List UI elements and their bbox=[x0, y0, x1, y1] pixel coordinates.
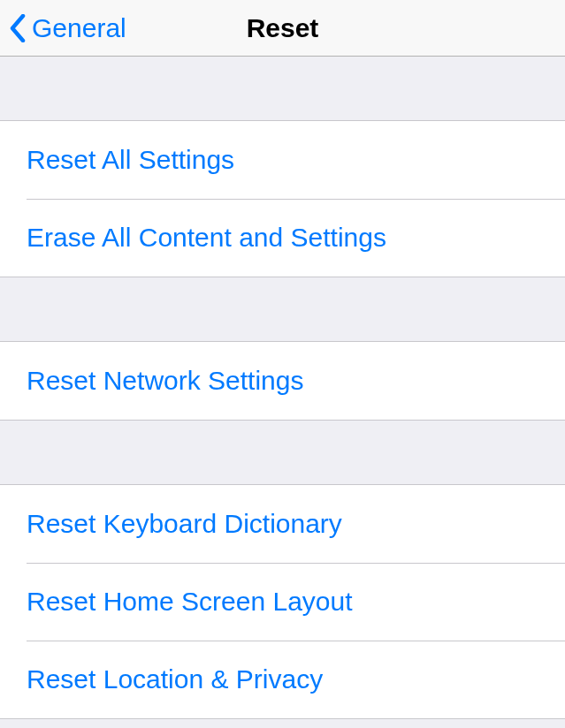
section-gap bbox=[0, 421, 565, 484]
chevron-left-icon bbox=[7, 13, 28, 43]
settings-group-3: Reset Keyboard Dictionary Reset Home Scr… bbox=[0, 484, 565, 719]
reset-home-screen-layout[interactable]: Reset Home Screen Layout bbox=[0, 563, 565, 641]
navigation-bar: General Reset bbox=[0, 0, 565, 57]
settings-group-2: Reset Network Settings bbox=[0, 341, 565, 421]
reset-keyboard-dictionary[interactable]: Reset Keyboard Dictionary bbox=[0, 485, 565, 563]
reset-location-privacy[interactable]: Reset Location & Privacy bbox=[0, 641, 565, 718]
reset-all-settings[interactable]: Reset All Settings bbox=[0, 121, 565, 199]
row-label: Reset Network Settings bbox=[27, 366, 303, 396]
row-label: Reset Home Screen Layout bbox=[27, 587, 353, 617]
row-label: Reset All Settings bbox=[27, 145, 234, 175]
back-button[interactable]: General bbox=[7, 13, 126, 43]
reset-network-settings[interactable]: Reset Network Settings bbox=[0, 342, 565, 420]
section-gap bbox=[0, 277, 565, 341]
back-label: General bbox=[32, 13, 126, 43]
row-label: Reset Keyboard Dictionary bbox=[27, 509, 342, 539]
page-title: Reset bbox=[247, 13, 319, 43]
settings-group-1: Reset All Settings Erase All Content and… bbox=[0, 120, 565, 277]
row-label: Reset Location & Privacy bbox=[27, 664, 323, 694]
section-gap bbox=[0, 57, 565, 120]
row-label: Erase All Content and Settings bbox=[27, 223, 386, 253]
erase-all-content[interactable]: Erase All Content and Settings bbox=[0, 199, 565, 277]
